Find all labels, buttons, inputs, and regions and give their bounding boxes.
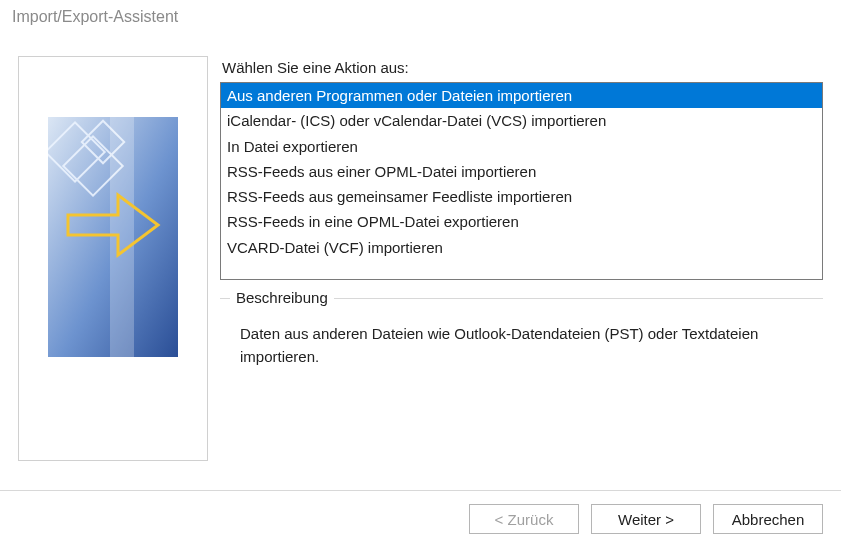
action-import-from-programs[interactable]: Aus anderen Programmen oder Dateien impo… <box>221 83 822 108</box>
action-import-icalendar[interactable]: iCalendar- (ICS) oder vCalendar-Datei (V… <box>221 108 822 133</box>
back-button: < Zurück <box>469 504 579 534</box>
cancel-button[interactable]: Abbrechen <box>713 504 823 534</box>
action-prompt-label: Wählen Sie eine Aktion aus: <box>222 59 823 76</box>
import-export-illustration <box>48 117 178 357</box>
action-import-rss-shared[interactable]: RSS-Feeds aus gemeinsamer Feedliste impo… <box>221 184 822 209</box>
wizard-button-row: < Zurück Weiter > Abbrechen <box>0 491 841 547</box>
action-listbox[interactable]: Aus anderen Programmen oder Dateien impo… <box>220 82 823 280</box>
wizard-main-panel: Wählen Sie eine Aktion aus: Aus anderen … <box>220 56 823 486</box>
action-export-to-file[interactable]: In Datei exportieren <box>221 134 822 159</box>
action-import-vcard[interactable]: VCARD-Datei (VCF) importieren <box>221 235 822 260</box>
action-import-rss-opml[interactable]: RSS-Feeds aus einer OPML-Datei importier… <box>221 159 822 184</box>
svg-rect-4 <box>110 117 134 357</box>
dialog-body: Wählen Sie eine Aktion aus: Aus anderen … <box>0 40 841 490</box>
description-group-label: Beschreibung <box>230 289 334 306</box>
window-title: Import/Export-Assistent <box>0 0 841 40</box>
next-button[interactable]: Weiter > <box>591 504 701 534</box>
description-text: Daten aus anderen Dateien wie Outlook-Da… <box>234 323 809 368</box>
description-group: Beschreibung Daten aus anderen Dateien w… <box>220 298 823 386</box>
wizard-side-panel <box>18 56 208 461</box>
action-export-rss-opml[interactable]: RSS-Feeds in eine OPML-Datei exportieren <box>221 209 822 234</box>
import-export-wizard-dialog: Import/Export-Assistent <box>0 0 841 547</box>
